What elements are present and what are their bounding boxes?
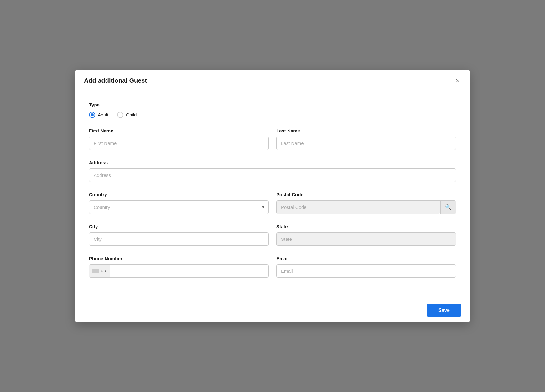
address-label: Address xyxy=(89,160,456,165)
country-select[interactable]: Country xyxy=(89,200,269,214)
address-input[interactable] xyxy=(89,168,456,182)
country-select-wrapper: Country ▾ xyxy=(89,200,269,214)
adult-option[interactable]: Adult xyxy=(89,112,108,118)
type-section: Type Adult Child xyxy=(89,102,456,118)
name-section: First Name Last Name xyxy=(89,128,456,150)
phone-group: Phone Number + ▾ xyxy=(89,256,269,278)
address-group: Address xyxy=(89,160,456,182)
address-section: Address xyxy=(89,160,456,182)
email-group: Email xyxy=(276,256,456,278)
postal-search-button[interactable]: 🔍 xyxy=(440,201,456,214)
city-input[interactable] xyxy=(89,232,269,246)
type-label: Type xyxy=(89,102,456,107)
adult-label: Adult xyxy=(98,112,108,117)
modal-body: Type Adult Child xyxy=(75,92,470,298)
phone-wrapper: + ▾ xyxy=(89,264,269,278)
state-group: State xyxy=(276,224,456,246)
state-label: State xyxy=(276,224,456,229)
country-postal-section: Country Country ▾ Postal Code xyxy=(89,192,456,214)
page-wrapper: Add additional Guest × Type Adult xyxy=(0,0,545,392)
flag-icon xyxy=(92,269,99,273)
email-label: Email xyxy=(276,256,456,261)
phone-email-row: Phone Number + ▾ Email xyxy=(89,256,456,278)
search-icon: 🔍 xyxy=(445,204,451,210)
city-state-section: City State xyxy=(89,224,456,246)
name-row: First Name Last Name xyxy=(89,128,456,150)
phone-chevron-icon: ▾ xyxy=(105,269,106,273)
modal-dialog: Add additional Guest × Type Adult xyxy=(75,70,470,322)
city-state-row: City State xyxy=(89,224,456,246)
modal-header: Add additional Guest × xyxy=(75,70,470,92)
modal-title: Add additional Guest xyxy=(84,77,147,84)
email-input[interactable] xyxy=(276,264,456,278)
phone-flag-area[interactable]: + ▾ xyxy=(89,265,110,277)
last-name-input[interactable] xyxy=(276,137,456,150)
postal-code-label: Postal Code xyxy=(276,192,456,197)
child-radio[interactable] xyxy=(117,112,123,118)
phone-plus: + xyxy=(101,268,103,274)
child-option[interactable]: Child xyxy=(117,112,137,118)
last-name-label: Last Name xyxy=(276,128,456,133)
country-group: Country Country ▾ xyxy=(89,192,269,214)
save-button[interactable]: Save xyxy=(427,304,461,317)
phone-label: Phone Number xyxy=(89,256,269,261)
city-group: City xyxy=(89,224,269,246)
postal-code-wrapper: 🔍 xyxy=(276,200,456,214)
modal-overlay: Add additional Guest × Type Adult xyxy=(0,0,545,392)
country-label: Country xyxy=(89,192,269,197)
last-name-group: Last Name xyxy=(276,128,456,150)
close-button[interactable]: × xyxy=(454,76,461,85)
state-input[interactable] xyxy=(276,232,456,246)
postal-code-input[interactable] xyxy=(277,201,440,214)
child-label: Child xyxy=(126,112,137,117)
country-postal-row: Country Country ▾ Postal Code xyxy=(89,192,456,214)
postal-code-group: Postal Code 🔍 xyxy=(276,192,456,214)
modal-footer: Save xyxy=(75,298,470,322)
type-radio-group: Adult Child xyxy=(89,112,456,118)
first-name-group: First Name xyxy=(89,128,269,150)
city-label: City xyxy=(89,224,269,229)
adult-radio[interactable] xyxy=(89,112,95,118)
phone-input[interactable] xyxy=(110,265,268,277)
phone-email-section: Phone Number + ▾ Email xyxy=(89,256,456,278)
first-name-label: First Name xyxy=(89,128,269,133)
first-name-input[interactable] xyxy=(89,137,269,150)
